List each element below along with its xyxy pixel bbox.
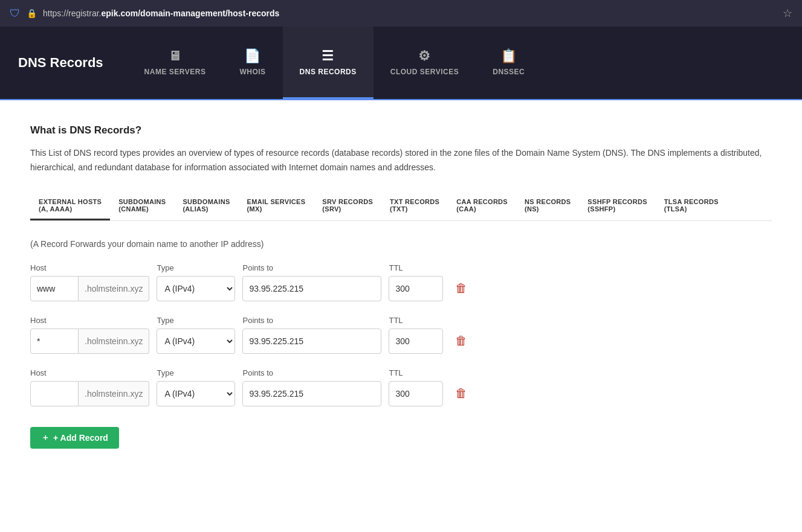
add-record-button[interactable]: ＋ + Add Record [30, 427, 119, 449]
bookmark-icon[interactable]: ☆ [783, 7, 792, 20]
tab-subdomains-alias[interactable]: SUBDOMAINS(ALIAS) [174, 193, 238, 220]
cloud-services-icon: ⚙ [418, 48, 431, 64]
points-field-group-2: Points to [242, 316, 381, 354]
nav-dnssec[interactable]: 📋 DNSSEC [476, 27, 542, 99]
name-servers-icon: 🖥 [168, 48, 182, 64]
domain-suffix-3: .holmsteinn.xyz [79, 381, 149, 406]
ttl-input-2[interactable] [389, 328, 443, 354]
add-record-icon: ＋ [41, 432, 50, 443]
ttl-field-group-3: TTL [389, 368, 443, 406]
type-field-group-1: Type A (IPv4) AAAA (IPv6) [157, 263, 235, 301]
ttl-input-3[interactable] [389, 381, 443, 406]
nav-cloud-services-label: CLOUD SERVICES [390, 68, 459, 76]
tab-subdomains-cname[interactable]: SUBDOMAINS(CNAME) [110, 193, 174, 220]
url-path: /domain-management/host-records [138, 8, 279, 18]
host-label-2: Host [30, 316, 149, 325]
domain-suffix-2: .holmsteinn.xyz [79, 328, 149, 354]
ttl-field-group-2: TTL [389, 316, 443, 354]
ttl-label-1: TTL [389, 263, 443, 272]
points-input-2[interactable] [242, 328, 381, 354]
nav-whois[interactable]: 📄 WHOIS [222, 27, 282, 99]
type-select-3[interactable]: A (IPv4) AAAA (IPv6) [157, 381, 235, 406]
nav-dnssec-label: DNSSEC [493, 68, 525, 76]
host-field-group-3: Host .holmsteinn.xyz [30, 368, 149, 406]
ttl-input-1[interactable] [389, 276, 443, 301]
points-input-1[interactable] [242, 276, 381, 301]
delete-button-3[interactable]: 🗑 [450, 383, 472, 405]
record-description: (A Record Forwards your domain name to a… [30, 239, 772, 249]
host-label-1: Host [30, 263, 149, 272]
host-input-group-3: .holmsteinn.xyz [30, 381, 149, 406]
ttl-field-group-1: TTL [389, 263, 443, 301]
host-field-group-2: Host .holmsteinn.xyz [30, 316, 149, 354]
ttl-label-3: TTL [389, 368, 443, 377]
points-label-1: Points to [242, 263, 381, 272]
host-input-2[interactable] [30, 328, 79, 354]
record-row-2: Host .holmsteinn.xyz Type A (IPv4) AAAA … [30, 316, 772, 354]
tab-tlsa-records[interactable]: TLSA RECORDS(TLSA) [656, 193, 727, 220]
host-label-3: Host [30, 368, 149, 377]
host-field-group-1: Host .holmsteinn.xyz [30, 263, 149, 301]
tab-email-services[interactable]: EMAIL SERVICES(MX) [239, 193, 314, 220]
tab-external-hosts[interactable]: EXTERNAL HOSTS(A, AAAA) [30, 193, 110, 220]
type-label-2: Type [157, 316, 235, 325]
record-row-1: Host .holmsteinn.xyz Type A (IPv4) AAAA … [30, 263, 772, 301]
type-select-2[interactable]: A (IPv4) AAAA (IPv6) [157, 328, 235, 354]
host-input-group-2: .holmsteinn.xyz [30, 328, 149, 354]
add-record-label: + Add Record [53, 433, 108, 443]
delete-button-2[interactable]: 🗑 [450, 330, 472, 352]
nav-name-servers[interactable]: 🖥 NAME SERVERS [128, 27, 223, 99]
host-input-3[interactable] [30, 381, 79, 406]
type-label-3: Type [157, 368, 235, 377]
type-select-1[interactable]: A (IPv4) AAAA (IPv6) [157, 276, 235, 301]
type-field-group-2: Type A (IPv4) AAAA (IPv6) [157, 316, 235, 354]
main-nav: 🖥 NAME SERVERS 📄 WHOIS ☰ DNS RECORDS ⚙ C… [128, 27, 542, 99]
type-label-1: Type [157, 263, 235, 272]
record-row-3: Host .holmsteinn.xyz Type A (IPv4) AAAA … [30, 368, 772, 406]
points-label-2: Points to [242, 316, 381, 325]
app-logo: DNS Records [18, 55, 103, 71]
points-field-group-1: Points to [242, 263, 381, 301]
host-input-group-1: .holmsteinn.xyz [30, 276, 149, 301]
section-desc: This List of DNS record types provides a… [30, 146, 772, 175]
nav-whois-label: WHOIS [239, 68, 265, 76]
main-content: What is DNS Records? This List of DNS re… [0, 100, 802, 532]
host-input-1[interactable] [30, 276, 79, 301]
shield-icon: 🛡 [10, 7, 21, 20]
type-field-group-3: Type A (IPv4) AAAA (IPv6) [157, 368, 235, 406]
dnssec-icon: 📋 [500, 48, 517, 64]
url-domain: epik.com [101, 8, 138, 18]
dns-records-icon: ☰ [322, 48, 334, 64]
lock-icon: 🔒 [27, 8, 37, 18]
tab-txt-records[interactable]: TXT RECORDS(TXT) [381, 193, 448, 220]
tab-sshfp-records[interactable]: SSHFP RECORDS(SSHFP) [579, 193, 655, 220]
nav-dns-records-label: DNS RECORDS [300, 68, 357, 76]
nav-dns-records[interactable]: ☰ DNS RECORDS [283, 27, 374, 99]
points-input-3[interactable] [242, 381, 381, 406]
url-text: https://registrar.epik.com/domain-manage… [43, 8, 777, 18]
nav-name-servers-label: NAME SERVERS [144, 68, 206, 76]
points-label-3: Points to [242, 368, 381, 377]
tab-caa-records[interactable]: CAA RECORDS(CAA) [448, 193, 516, 220]
ttl-label-2: TTL [389, 316, 443, 325]
tab-srv-records[interactable]: SRV RECORDS(SRV) [314, 193, 381, 220]
delete-button-1[interactable]: 🗑 [450, 278, 472, 300]
points-field-group-3: Points to [242, 368, 381, 406]
tab-ns-records[interactable]: NS RECORDS(NS) [516, 193, 579, 220]
record-tabs: EXTERNAL HOSTS(A, AAAA) SUBDOMAINS(CNAME… [30, 193, 772, 221]
nav-cloud-services[interactable]: ⚙ CLOUD SERVICES [374, 27, 476, 99]
header: DNS Records 🖥 NAME SERVERS 📄 WHOIS ☰ DNS… [0, 27, 802, 99]
whois-icon: 📄 [244, 48, 261, 64]
domain-suffix-1: .holmsteinn.xyz [79, 276, 149, 301]
section-title: What is DNS Records? [30, 124, 772, 136]
address-bar: 🛡 🔒 https://registrar.epik.com/domain-ma… [0, 0, 802, 27]
